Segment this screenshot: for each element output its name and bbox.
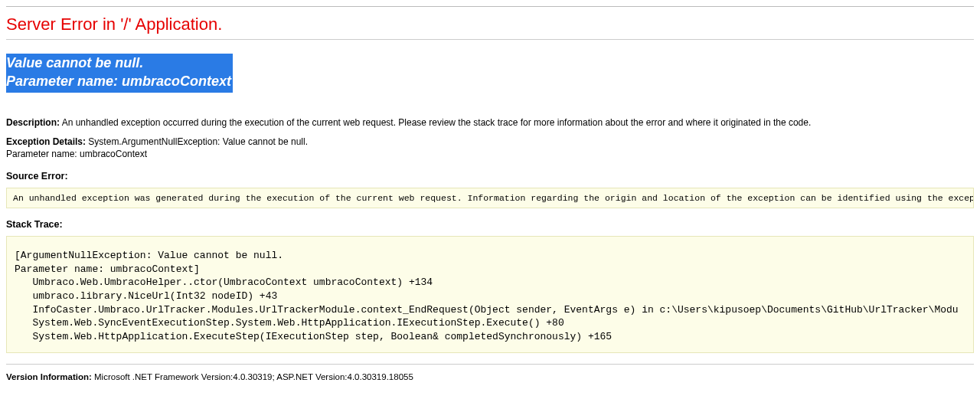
exception-message: Value cannot be null. Parameter name: um… bbox=[6, 54, 233, 93]
exception-details-label: Exception Details: bbox=[6, 136, 86, 147]
version-text: Microsoft .NET Framework Version:4.0.303… bbox=[92, 372, 413, 381]
exception-details-text-2: Parameter name: umbracoContext bbox=[6, 149, 974, 161]
version-label: Version Information: bbox=[6, 372, 92, 381]
page-title: Server Error in '/' Application. bbox=[6, 15, 974, 34]
top-divider bbox=[6, 6, 974, 7]
title-divider bbox=[6, 39, 974, 40]
version-info: Version Information: Microsoft .NET Fram… bbox=[6, 372, 974, 381]
source-error-label: Source Error: bbox=[6, 171, 974, 182]
source-error-box: An unhandled exception was generated dur… bbox=[6, 188, 974, 208]
exception-message-line2: Parameter name: umbracoContext bbox=[6, 74, 231, 89]
description-label: Description: bbox=[6, 117, 60, 128]
exception-details-text-1: System.ArgumentNullException: Value cann… bbox=[86, 136, 308, 147]
description-section: Description: An unhandled exception occu… bbox=[6, 117, 974, 129]
stack-trace-box: [ArgumentNullException: Value cannot be … bbox=[6, 236, 974, 353]
description-text: An unhandled exception occurred during t… bbox=[60, 117, 811, 128]
exception-details-section: Exception Details: System.ArgumentNullEx… bbox=[6, 136, 974, 160]
version-divider bbox=[6, 364, 974, 365]
stack-trace-label: Stack Trace: bbox=[6, 219, 974, 230]
exception-message-line1: Value cannot be null. bbox=[6, 54, 231, 72]
